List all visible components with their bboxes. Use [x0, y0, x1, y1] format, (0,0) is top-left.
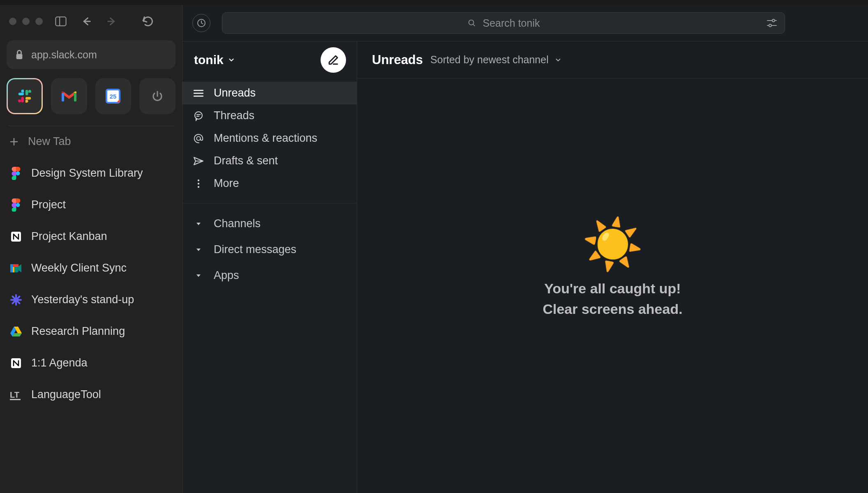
- compose-button[interactable]: [321, 47, 346, 73]
- reload-button[interactable]: [142, 16, 154, 27]
- svg-rect-8: [25, 97, 31, 100]
- svg-point-25: [16, 203, 20, 207]
- nav-item-threads[interactable]: Threads: [182, 104, 357, 127]
- calendar-icon: 25: [105, 88, 121, 104]
- svg-point-24: [16, 171, 20, 175]
- tab-item[interactable]: 1:1 Agenda: [7, 349, 175, 377]
- tab-list: Design System LibraryProjectProject Kanb…: [7, 159, 175, 408]
- svg-point-43: [772, 19, 775, 22]
- section-label: Apps: [214, 269, 239, 282]
- tab-label: Yesterday's stand-up: [31, 293, 134, 306]
- slack-topbar: Search tonik: [182, 5, 868, 41]
- svg-rect-30: [10, 264, 13, 272]
- svg-point-40: [469, 20, 473, 25]
- app-tile-gmail[interactable]: [51, 78, 87, 114]
- app-tile-power[interactable]: [139, 78, 175, 114]
- window-minimize-button[interactable]: [22, 18, 30, 25]
- window-zoom-button[interactable]: [35, 18, 43, 25]
- meet-icon: [10, 262, 22, 274]
- pinned-app-tiles: 25: [7, 78, 175, 114]
- tab-label: Project: [31, 198, 66, 211]
- caret-down-icon: [193, 246, 204, 253]
- figma-icon: [10, 199, 22, 211]
- plus-icon: [9, 137, 19, 147]
- mentions-icon: [193, 133, 204, 144]
- power-icon: [151, 90, 164, 102]
- compose-icon: [327, 54, 339, 66]
- empty-state-text: You're all caught up! Clear screens ahea…: [542, 279, 682, 319]
- svg-rect-10: [25, 100, 27, 103]
- svg-line-41: [473, 24, 474, 26]
- app-tile-calendar[interactable]: 25: [95, 78, 132, 114]
- chevron-down-icon: [228, 56, 235, 64]
- nav-item-mentions-reactions[interactable]: Mentions & reactions: [182, 127, 357, 150]
- tab-label: Project Kanban: [31, 230, 107, 243]
- more-icon: [193, 179, 204, 189]
- svg-point-56: [198, 186, 199, 187]
- svg-rect-0: [55, 17, 66, 25]
- nav-item-more[interactable]: More: [182, 172, 357, 195]
- section-header-apps[interactable]: Apps: [182, 263, 357, 288]
- nav-label: More: [214, 177, 239, 190]
- sidebar-toggle-icon[interactable]: [55, 16, 67, 27]
- section-header-channels[interactable]: Channels: [182, 211, 357, 237]
- tab-item[interactable]: Weekly Client Sync: [7, 254, 175, 282]
- svg-rect-4: [16, 54, 23, 59]
- tab-item[interactable]: Project Kanban: [7, 223, 175, 250]
- notion-icon: [10, 230, 22, 243]
- tab-label: LanguageTool: [31, 388, 101, 401]
- svg-rect-7: [28, 91, 31, 92]
- search-icon: [467, 18, 476, 28]
- lt-icon: LT: [10, 389, 22, 401]
- tab-item[interactable]: Research Planning: [7, 318, 175, 345]
- tab-item[interactable]: Design System Library: [7, 159, 175, 187]
- new-tab-button[interactable]: New Tab: [7, 126, 175, 157]
- svg-rect-14: [18, 92, 24, 95]
- nav-item-unreads[interactable]: Unreads: [182, 82, 357, 104]
- tab-item[interactable]: Yesterday's stand-up: [7, 286, 175, 313]
- filter-icon[interactable]: [766, 18, 777, 28]
- nav-label: Mentions & reactions: [214, 132, 317, 145]
- nav-label: Unreads: [214, 87, 256, 99]
- gmail-icon: [61, 90, 77, 102]
- empty-state: ☀️ You're all caught up! Clear screens a…: [357, 62, 868, 477]
- svg-text:25: 25: [110, 93, 117, 100]
- nav-label: Threads: [214, 109, 254, 122]
- svg-rect-11: [21, 97, 24, 102]
- section-header-direct-messages[interactable]: Direct messages: [182, 237, 357, 263]
- new-tab-label: New Tab: [28, 135, 71, 148]
- workspace-name: tonik: [194, 53, 224, 67]
- nav-list: UnreadsThreadsMentions & reactionsDrafts…: [182, 78, 357, 203]
- threads-icon: [193, 111, 204, 121]
- address-bar[interactable]: app.slack.com: [7, 40, 175, 69]
- search-bar[interactable]: Search tonik: [222, 12, 785, 34]
- window-close-button[interactable]: [9, 18, 16, 25]
- svg-rect-5: [25, 90, 28, 95]
- app-tile-slack[interactable]: [7, 78, 43, 114]
- tab-item[interactable]: LTLanguageTool: [7, 381, 175, 408]
- unreads-icon: [193, 89, 204, 97]
- tab-label: Weekly Client Sync: [31, 262, 127, 274]
- sun-icon: ☀️: [582, 219, 644, 269]
- svg-point-54: [198, 179, 199, 181]
- workspace-switcher[interactable]: tonik: [194, 53, 235, 67]
- back-button[interactable]: [81, 16, 92, 27]
- empty-line-1: You're all caught up!: [542, 279, 682, 299]
- tab-label: Design System Library: [31, 167, 143, 180]
- tab-label: 1:1 Agenda: [31, 357, 88, 369]
- svg-point-52: [196, 136, 200, 140]
- slack-icon: [17, 88, 32, 104]
- nav-label: Drafts & sent: [214, 154, 278, 167]
- tab-item[interactable]: Project: [7, 191, 175, 219]
- tab-label: Research Planning: [31, 325, 125, 338]
- svg-point-49: [195, 112, 202, 119]
- history-button[interactable]: [192, 14, 210, 32]
- section-label: Channels: [214, 217, 261, 230]
- lock-icon: [15, 49, 24, 60]
- nav-item-drafts-sent[interactable]: Drafts & sent: [182, 150, 357, 172]
- svg-rect-17: [62, 92, 64, 101]
- forward-button[interactable]: [106, 16, 118, 27]
- loom-icon: [10, 294, 22, 306]
- section-label: Direct messages: [214, 243, 296, 256]
- slack-sidebar: tonik UnreadsThreadsMentions & reactions…: [182, 41, 357, 493]
